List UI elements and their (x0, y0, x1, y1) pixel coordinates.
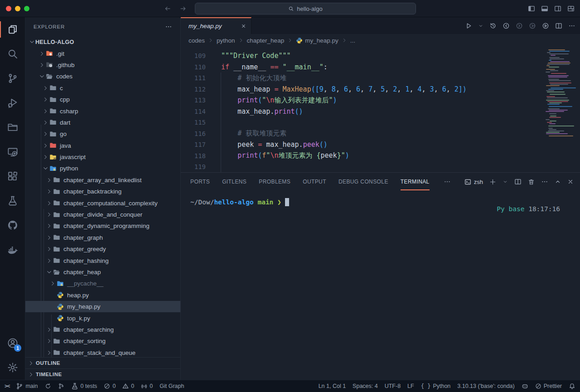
chevron-down-icon[interactable] (28, 39, 35, 45)
tree-item--github[interactable]: .github (25, 59, 180, 71)
terminal-plus-icon[interactable] (489, 179, 496, 185)
layout-panel-icon[interactable] (541, 5, 548, 12)
nav-back-circle-icon[interactable] (503, 22, 510, 29)
tree-item-cpp[interactable]: cpp (25, 94, 180, 105)
activity-testing[interactable] (0, 189, 25, 213)
tree-item-chapter-dynamic-programming[interactable]: chapter_dynamic_programming (25, 220, 180, 232)
chevron-right-icon[interactable] (45, 223, 53, 229)
terminal-ellipsis-icon[interactable] (541, 178, 548, 185)
eol[interactable]: LF (407, 383, 414, 389)
tree-item-csharp[interactable]: csharp (25, 105, 180, 116)
tree-item-chapter-hashing[interactable]: chapter_hashing (25, 255, 180, 266)
chevron-right-icon[interactable] (49, 281, 56, 286)
tab-my-heap[interactable]: my_heap.py (181, 17, 251, 34)
tree-item--pycache-[interactable]: __pycache__ (25, 278, 180, 289)
panel-tab-debug-console[interactable]: DEBUG CONSOLE (338, 173, 388, 190)
tree-item-go[interactable]: go (25, 128, 180, 140)
chevron-right-icon[interactable] (38, 62, 45, 68)
remote-indicator[interactable]: >< (5, 383, 9, 389)
ports-status[interactable]: 0 (141, 383, 153, 389)
activity-accounts[interactable]: 1 (0, 331, 25, 355)
play-icon[interactable] (465, 22, 472, 29)
tree-item-chapter-array-and-linkedlist[interactable]: chapter_array_and_linkedlist (25, 174, 180, 186)
chev-down-sm-icon[interactable] (478, 23, 483, 29)
panel-tab-output[interactable]: OUTPUT (303, 173, 326, 190)
chevron-right-icon[interactable] (42, 97, 49, 102)
tree-item--git[interactable]: .git (25, 48, 180, 59)
tree-item-java[interactable]: java (25, 140, 180, 151)
panel-tabs-more-icon[interactable] (444, 178, 451, 185)
tree-item-chapter-divide-and-conquer[interactable]: chapter_divide_and_conquer (25, 209, 180, 220)
minimap[interactable] (546, 49, 575, 151)
chevron-right-icon[interactable] (45, 212, 53, 218)
chevron-right-icon[interactable] (45, 246, 53, 252)
tree-item-chapter-stack-and-queue[interactable]: chapter_stack_and_queue (25, 347, 180, 357)
tree-item-chapter-greedy[interactable]: chapter_greedy (25, 243, 180, 255)
activity-github[interactable] (0, 213, 25, 237)
activity-source-control[interactable] (0, 66, 25, 91)
breadcrumb-item[interactable]: my_heap.py (296, 37, 338, 44)
chevron-right-icon[interactable] (45, 258, 53, 264)
indentation[interactable]: Spaces: 4 (353, 383, 378, 389)
tab-close-icon[interactable] (241, 23, 246, 29)
panel-tab-ports[interactable]: PORTS (190, 173, 210, 190)
tree-item-chapter-graph[interactable]: chapter_graph (25, 232, 180, 243)
branch-status[interactable]: main (16, 382, 38, 390)
minimize-button[interactable] (15, 6, 20, 11)
nav-back-icon[interactable] (164, 5, 171, 12)
tree-item-chapter-searching[interactable]: chapter_searching (25, 324, 180, 335)
chevron-right-icon[interactable] (45, 200, 53, 206)
git-graph-button[interactable]: Git Graph (160, 383, 184, 389)
activity-explorer[interactable] (0, 17, 25, 42)
activity-file-manager[interactable] (0, 115, 25, 140)
breadcrumb-item[interactable]: python (217, 37, 235, 44)
tree-item-javascript[interactable]: JSjavascript (25, 151, 180, 163)
breadcrumb-item[interactable]: ... (350, 37, 355, 44)
terminal[interactable]: ~/Dow/hello-algo main ❯ Py base 18:17:16 (181, 191, 580, 380)
tests-status[interactable]: 0 tests (71, 382, 97, 390)
chevron-right-icon[interactable] (45, 177, 53, 183)
warnings-status[interactable]: 0 (122, 383, 134, 389)
close-button[interactable] (6, 6, 11, 11)
chevron-right-icon[interactable] (45, 189, 53, 194)
chevron-down-icon[interactable] (38, 73, 45, 79)
chevron-right-icon[interactable] (42, 120, 49, 126)
panel-tab-terminal[interactable]: TERMINAL (401, 173, 430, 190)
activity-docker[interactable] (0, 237, 25, 262)
circle-dim-icon[interactable] (516, 22, 523, 29)
chevron-right-icon[interactable] (45, 338, 53, 344)
tree-item-codes[interactable]: codes (25, 71, 180, 82)
section-timeline[interactable]: TIMELINE (25, 368, 180, 380)
tree-item-python[interactable]: python (25, 163, 180, 174)
tree-item-c[interactable]: c (25, 82, 180, 94)
tree-item-my-heap-py[interactable]: my_heap.py (25, 301, 180, 312)
tree-item-chapter-sorting[interactable]: chapter_sorting (25, 335, 180, 347)
split-icon[interactable] (555, 22, 562, 29)
chevron-right-icon[interactable] (42, 143, 49, 149)
errors-status[interactable]: 0 (104, 383, 116, 389)
prettier-status[interactable]: Prettier (535, 383, 562, 389)
chevron-right-icon[interactable] (45, 350, 53, 356)
activity-search[interactable] (0, 42, 25, 66)
tree-item-chapter-computational-complexity[interactable]: chapter_computational_complexity (25, 197, 180, 208)
code-editor[interactable]: 109"""Driver Code"""110if __name__ == "_… (181, 47, 580, 172)
breadcrumb-item[interactable]: codes (188, 37, 205, 44)
layout-grid-icon[interactable] (567, 5, 575, 12)
chevron-right-icon[interactable] (42, 154, 49, 160)
tree-item-chapter-heap[interactable]: chapter_heap (25, 266, 180, 278)
chevron-right-icon[interactable] (45, 235, 53, 241)
chevron-right-icon[interactable] (42, 131, 49, 137)
history-icon[interactable] (489, 22, 497, 29)
language-mode[interactable]: { }Python (421, 383, 451, 389)
nav-forward-icon[interactable] (179, 5, 187, 12)
chevron-right-icon[interactable] (45, 327, 53, 333)
cursor-position[interactable]: Ln 1, Col 1 (319, 383, 346, 389)
section-outline[interactable]: OUTLINE (25, 357, 180, 368)
chevron-right-icon[interactable] (42, 108, 49, 114)
activity-run-debug[interactable] (0, 91, 25, 115)
chevron-down-icon[interactable] (45, 269, 53, 275)
python-interpreter[interactable]: 3.10.13 ('base': conda) (457, 383, 514, 389)
terminal-split-icon[interactable] (514, 178, 522, 185)
ellipsis-icon[interactable] (568, 22, 575, 29)
panel-tab-problems[interactable]: PROBLEMS (259, 173, 290, 190)
